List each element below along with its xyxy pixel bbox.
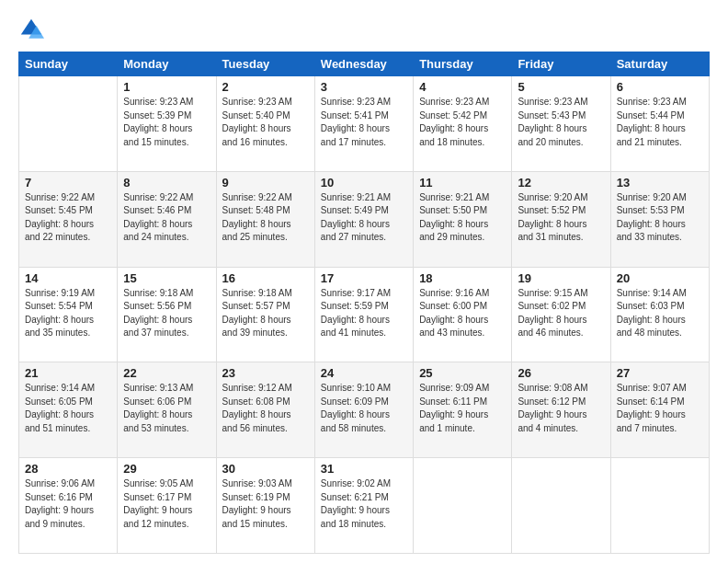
- day-number: 23: [222, 366, 309, 380]
- calendar-cell: 12Sunrise: 9:20 AM Sunset: 5:52 PM Dayli…: [512, 171, 610, 267]
- day-number: 11: [419, 176, 506, 190]
- calendar-table: SundayMondayTuesdayWednesdayThursdayFrid…: [18, 52, 710, 554]
- day-info: Sunrise: 9:05 AM Sunset: 6:17 PM Dayligh…: [123, 477, 210, 531]
- day-number: 7: [25, 176, 111, 190]
- calendar-cell: 15Sunrise: 9:18 AM Sunset: 5:56 PM Dayli…: [118, 267, 216, 362]
- calendar-cell: [414, 458, 512, 554]
- day-info: Sunrise: 9:23 AM Sunset: 5:40 PM Dayligh…: [222, 96, 309, 149]
- calendar-cell: 28Sunrise: 9:06 AM Sunset: 6:16 PM Dayli…: [19, 458, 118, 554]
- day-number: 9: [222, 176, 309, 190]
- calendar-cell: 3Sunrise: 9:23 AM Sunset: 5:41 PM Daylig…: [314, 76, 413, 172]
- calendar-cell: 10Sunrise: 9:21 AM Sunset: 5:49 PM Dayli…: [314, 171, 413, 267]
- calendar-cell: 14Sunrise: 9:19 AM Sunset: 5:54 PM Dayli…: [19, 267, 118, 362]
- calendar-cell: 21Sunrise: 9:14 AM Sunset: 6:05 PM Dayli…: [19, 362, 118, 458]
- day-info: Sunrise: 9:15 AM Sunset: 6:02 PM Dayligh…: [518, 287, 604, 340]
- page: SundayMondayTuesdayWednesdayThursdayFrid…: [0, 0, 728, 563]
- calendar-header-friday: Friday: [512, 52, 610, 76]
- day-info: Sunrise: 9:14 AM Sunset: 6:03 PM Dayligh…: [617, 287, 703, 340]
- calendar-cell: 20Sunrise: 9:14 AM Sunset: 6:03 PM Dayli…: [610, 267, 709, 362]
- calendar-week-3: 21Sunrise: 9:14 AM Sunset: 6:05 PM Dayli…: [19, 362, 710, 458]
- day-info: Sunrise: 9:16 AM Sunset: 6:00 PM Dayligh…: [419, 287, 506, 340]
- calendar-cell: 7Sunrise: 9:22 AM Sunset: 5:45 PM Daylig…: [19, 171, 118, 267]
- calendar-cell: 6Sunrise: 9:23 AM Sunset: 5:44 PM Daylig…: [610, 76, 709, 172]
- calendar-cell: 27Sunrise: 9:07 AM Sunset: 6:14 PM Dayli…: [610, 362, 709, 458]
- calendar-week-2: 14Sunrise: 9:19 AM Sunset: 5:54 PM Dayli…: [19, 267, 710, 362]
- day-info: Sunrise: 9:02 AM Sunset: 6:21 PM Dayligh…: [321, 477, 407, 531]
- day-number: 2: [222, 80, 309, 94]
- calendar-header-thursday: Thursday: [414, 52, 512, 76]
- day-info: Sunrise: 9:23 AM Sunset: 5:43 PM Dayligh…: [518, 96, 604, 149]
- day-number: 1: [123, 80, 210, 94]
- calendar-header-saturday: Saturday: [610, 52, 709, 76]
- day-info: Sunrise: 9:22 AM Sunset: 5:48 PM Dayligh…: [222, 191, 309, 245]
- day-info: Sunrise: 9:21 AM Sunset: 5:49 PM Dayligh…: [321, 191, 407, 245]
- calendar-header-sunday: Sunday: [19, 52, 118, 76]
- day-number: 31: [321, 462, 407, 476]
- calendar-header-monday: Monday: [118, 52, 216, 76]
- calendar-cell: 5Sunrise: 9:23 AM Sunset: 5:43 PM Daylig…: [512, 76, 610, 172]
- day-number: 8: [123, 176, 210, 190]
- calendar-cell: 9Sunrise: 9:22 AM Sunset: 5:48 PM Daylig…: [216, 171, 314, 267]
- day-number: 10: [321, 176, 407, 190]
- day-info: Sunrise: 9:18 AM Sunset: 5:57 PM Dayligh…: [222, 287, 309, 340]
- day-info: Sunrise: 9:22 AM Sunset: 5:46 PM Dayligh…: [123, 191, 210, 245]
- day-info: Sunrise: 9:23 AM Sunset: 5:44 PM Dayligh…: [617, 96, 703, 149]
- day-number: 22: [123, 366, 210, 380]
- calendar-cell: 30Sunrise: 9:03 AM Sunset: 6:19 PM Dayli…: [216, 458, 314, 554]
- day-info: Sunrise: 9:09 AM Sunset: 6:11 PM Dayligh…: [419, 382, 506, 435]
- calendar-cell: 24Sunrise: 9:10 AM Sunset: 6:09 PM Dayli…: [314, 362, 413, 458]
- calendar-cell: 25Sunrise: 9:09 AM Sunset: 6:11 PM Dayli…: [414, 362, 512, 458]
- day-info: Sunrise: 9:23 AM Sunset: 5:42 PM Dayligh…: [419, 96, 506, 149]
- day-info: Sunrise: 9:07 AM Sunset: 6:14 PM Dayligh…: [617, 382, 703, 435]
- calendar-cell: 31Sunrise: 9:02 AM Sunset: 6:21 PM Dayli…: [314, 458, 413, 554]
- calendar-cell: 18Sunrise: 9:16 AM Sunset: 6:00 PM Dayli…: [414, 267, 512, 362]
- day-info: Sunrise: 9:03 AM Sunset: 6:19 PM Dayligh…: [222, 477, 309, 531]
- day-number: 19: [518, 271, 604, 285]
- day-info: Sunrise: 9:20 AM Sunset: 5:52 PM Dayligh…: [518, 191, 604, 245]
- calendar-cell: 19Sunrise: 9:15 AM Sunset: 6:02 PM Dayli…: [512, 267, 610, 362]
- calendar-header-row: SundayMondayTuesdayWednesdayThursdayFrid…: [19, 52, 710, 76]
- day-info: Sunrise: 9:12 AM Sunset: 6:08 PM Dayligh…: [222, 382, 309, 435]
- calendar-cell: [19, 76, 118, 172]
- day-info: Sunrise: 9:18 AM Sunset: 5:56 PM Dayligh…: [123, 287, 210, 340]
- day-number: 15: [123, 271, 210, 285]
- day-number: 17: [321, 271, 407, 285]
- calendar-cell: 17Sunrise: 9:17 AM Sunset: 5:59 PM Dayli…: [314, 267, 413, 362]
- day-info: Sunrise: 9:08 AM Sunset: 6:12 PM Dayligh…: [518, 382, 604, 435]
- day-info: Sunrise: 9:23 AM Sunset: 5:39 PM Dayligh…: [123, 96, 210, 149]
- header: [18, 17, 710, 42]
- calendar-cell: 16Sunrise: 9:18 AM Sunset: 5:57 PM Dayli…: [216, 267, 314, 362]
- calendar-week-4: 28Sunrise: 9:06 AM Sunset: 6:16 PM Dayli…: [19, 458, 710, 554]
- day-info: Sunrise: 9:06 AM Sunset: 6:16 PM Dayligh…: [25, 477, 111, 531]
- day-number: 29: [123, 462, 210, 476]
- day-number: 25: [419, 366, 506, 380]
- day-number: 4: [419, 80, 506, 94]
- day-number: 3: [321, 80, 407, 94]
- day-info: Sunrise: 9:14 AM Sunset: 6:05 PM Dayligh…: [25, 382, 111, 435]
- calendar-cell: 1Sunrise: 9:23 AM Sunset: 5:39 PM Daylig…: [118, 76, 216, 172]
- calendar-cell: 13Sunrise: 9:20 AM Sunset: 5:53 PM Dayli…: [610, 171, 709, 267]
- day-number: 27: [617, 366, 703, 380]
- day-info: Sunrise: 9:19 AM Sunset: 5:54 PM Dayligh…: [25, 287, 111, 340]
- day-number: 16: [222, 271, 309, 285]
- calendar-header-wednesday: Wednesday: [314, 52, 413, 76]
- logo-icon: [18, 17, 44, 42]
- day-info: Sunrise: 9:10 AM Sunset: 6:09 PM Dayligh…: [321, 382, 407, 435]
- calendar-cell: [610, 458, 709, 554]
- calendar-week-1: 7Sunrise: 9:22 AM Sunset: 5:45 PM Daylig…: [19, 171, 710, 267]
- day-number: 20: [617, 271, 703, 285]
- day-number: 24: [321, 366, 407, 380]
- calendar-cell: 23Sunrise: 9:12 AM Sunset: 6:08 PM Dayli…: [216, 362, 314, 458]
- calendar-cell: 11Sunrise: 9:21 AM Sunset: 5:50 PM Dayli…: [414, 171, 512, 267]
- day-info: Sunrise: 9:20 AM Sunset: 5:53 PM Dayligh…: [617, 191, 703, 245]
- calendar-header-tuesday: Tuesday: [216, 52, 314, 76]
- calendar-cell: 2Sunrise: 9:23 AM Sunset: 5:40 PM Daylig…: [216, 76, 314, 172]
- day-number: 12: [518, 176, 604, 190]
- day-number: 13: [617, 176, 703, 190]
- calendar-cell: 8Sunrise: 9:22 AM Sunset: 5:46 PM Daylig…: [118, 171, 216, 267]
- day-number: 18: [419, 271, 506, 285]
- calendar-week-0: 1Sunrise: 9:23 AM Sunset: 5:39 PM Daylig…: [19, 76, 710, 172]
- calendar-cell: 29Sunrise: 9:05 AM Sunset: 6:17 PM Dayli…: [118, 458, 216, 554]
- day-info: Sunrise: 9:17 AM Sunset: 5:59 PM Dayligh…: [321, 287, 407, 340]
- day-number: 30: [222, 462, 309, 476]
